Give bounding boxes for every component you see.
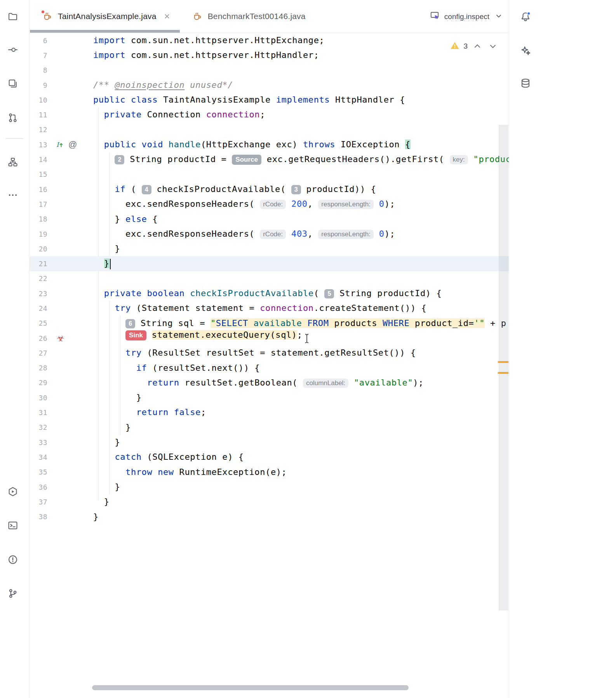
code-line[interactable]: 24 try (Statement statement = connection… (30, 301, 509, 316)
taint-step-badge[interactable]: 5 (324, 289, 334, 298)
taint-sink-badge[interactable]: Sink (125, 330, 146, 340)
annotation-icon[interactable]: @ (68, 140, 77, 150)
code-line[interactable]: 19 exc.sendResponseHeaders( rCode: 403, … (30, 227, 509, 241)
notifications-icon[interactable] (519, 10, 532, 24)
code-line[interactable]: 29 return resultSet.getBoolean( columnLa… (30, 375, 509, 390)
code-line[interactable]: 27 try (ResultSet resultSet = statement.… (30, 346, 509, 360)
pull-requests-icon[interactable] (6, 111, 20, 125)
code-token: "available" (354, 378, 413, 387)
code-line[interactable]: 34 catch (SQLException e) { (30, 450, 509, 464)
close-tab-icon[interactable] (164, 13, 171, 20)
code-line[interactable]: 28 if (resultSet.next()) { (30, 361, 509, 375)
overflow-file-label[interactable]: config.inspect (444, 12, 489, 21)
code-line[interactable]: 26☣ Sink statement.executeQuery(sql); (30, 331, 509, 346)
svg-text:I: I (56, 141, 60, 148)
commit-icon[interactable] (6, 43, 20, 57)
code-token: 403 (291, 229, 308, 239)
horizontal-scrollbar[interactable] (92, 685, 409, 690)
parameter-name-hint: responseLength: (318, 200, 374, 209)
more-icon[interactable] (6, 188, 20, 202)
database-icon[interactable] (519, 77, 532, 91)
code-line[interactable]: 14 2 String productId = Source exc.getRe… (30, 152, 509, 167)
code-token (93, 378, 147, 387)
code-line[interactable]: 33 } (30, 435, 509, 450)
taint-step-badge[interactable]: 6 (125, 319, 135, 328)
code-line[interactable]: 11 private Connection connection; (30, 107, 509, 122)
vertical-scrollbar[interactable] (499, 125, 508, 611)
tab-label: TaintAnalysisExample.java (58, 12, 157, 21)
code-token: /** (93, 80, 115, 90)
code-line[interactable]: 36 } (30, 480, 509, 494)
folder-icon[interactable] (6, 10, 20, 24)
chevron-down-icon[interactable] (494, 11, 503, 22)
code-line[interactable]: 17 exc.sendResponseHeaders( rCode: 200, … (30, 197, 509, 211)
code-token: return false (136, 407, 201, 417)
git-branch-icon[interactable] (6, 586, 20, 600)
modified-indicator (41, 10, 45, 14)
code-line[interactable]: 30 } (30, 390, 509, 405)
code-text: } (93, 480, 509, 494)
code-line[interactable]: 31 return false; (30, 405, 509, 420)
line-number: 30 (30, 394, 47, 402)
structure-icon[interactable] (6, 155, 20, 169)
tab-taintanalysisexample[interactable]: TaintAnalysisExample.java (30, 0, 180, 33)
text-caret (110, 259, 111, 269)
code-token: if (115, 184, 131, 194)
code-token: ); (385, 199, 395, 209)
line-number: 28 (30, 364, 47, 372)
code-line[interactable]: 10public class TaintAnalysisExample impl… (30, 92, 509, 107)
code-line[interactable]: 22 (30, 271, 509, 286)
code-line[interactable]: 12 (30, 122, 509, 137)
code-token: com.sun.net.httpserver.HttpHandler; (131, 50, 319, 60)
scrollbar-warning-mark[interactable] (498, 361, 508, 363)
code-line[interactable]: 13I@ public void handle(HttpExchange exc… (30, 137, 509, 152)
terminal-icon[interactable] (6, 518, 20, 532)
code-editor[interactable]: 6import com.sun.net.httpserver.HttpExcha… (30, 33, 509, 698)
biohazard-icon[interactable]: ☣ (57, 333, 64, 343)
taint-step-badge[interactable]: 2 (115, 155, 124, 164)
code-token: com.sun.net.httpserver.HttpExchange; (131, 35, 324, 45)
code-token: exc.getRequestHeaders().getFirst( (261, 154, 450, 164)
code-line[interactable]: 8 (30, 63, 509, 78)
previous-problem-icon[interactable] (472, 42, 483, 51)
code-token: } (93, 244, 120, 253)
taint-step-badge[interactable]: 3 (291, 185, 301, 194)
code-line[interactable]: 15 (30, 167, 509, 182)
problems-icon[interactable] (6, 553, 20, 567)
taint-step-badge[interactable]: 4 (142, 185, 151, 194)
taint-source-badge[interactable]: Source (232, 155, 261, 165)
right-toolbar (509, 0, 616, 698)
gutter (47, 92, 93, 107)
services-icon[interactable] (6, 485, 20, 499)
code-line[interactable]: 9/** @noinspection unused*/ (30, 78, 509, 92)
tab-benchmarktest[interactable]: BenchmarkTest00146.java (180, 0, 315, 33)
code-token: 200 (291, 199, 308, 209)
code-line[interactable]: 16 if ( 4 checkIsProductAvailable( 3 pro… (30, 182, 509, 197)
code-line[interactable]: 6import com.sun.net.httpserver.HttpExcha… (30, 33, 509, 48)
code-token: 0 (379, 199, 385, 209)
code-line[interactable]: 32 } (30, 420, 509, 435)
gutter (47, 361, 93, 375)
code-line[interactable]: 21 } (30, 256, 509, 271)
code-line[interactable]: 38} (30, 510, 509, 524)
code-line[interactable]: 20 } (30, 241, 509, 256)
code-token: } (104, 258, 110, 268)
code-token: String productId = (124, 154, 232, 164)
code-line[interactable]: 37 } (30, 494, 509, 509)
next-problem-icon[interactable] (487, 42, 499, 51)
code-token (374, 199, 379, 209)
code-line[interactable]: 23 private boolean checkIsProductAvailab… (30, 286, 509, 301)
code-lines: 6import com.sun.net.httpserver.HttpExcha… (30, 33, 509, 524)
code-token: } (93, 437, 120, 447)
code-line[interactable]: 35 throw new RuntimeException(e); (30, 465, 509, 480)
editor-cards-icon[interactable] (6, 77, 20, 91)
ai-assistant-icon[interactable] (519, 44, 532, 58)
gutter (47, 450, 93, 464)
code-line[interactable]: 7import com.sun.net.httpserver.HttpHandl… (30, 48, 509, 63)
override-icon[interactable]: I (55, 140, 64, 149)
code-token: try (125, 348, 147, 358)
code-line[interactable]: 18 } else { (30, 212, 509, 227)
scrollbar-warning-mark[interactable] (498, 372, 508, 374)
code-token: { (405, 140, 411, 149)
code-token: , (308, 229, 318, 239)
